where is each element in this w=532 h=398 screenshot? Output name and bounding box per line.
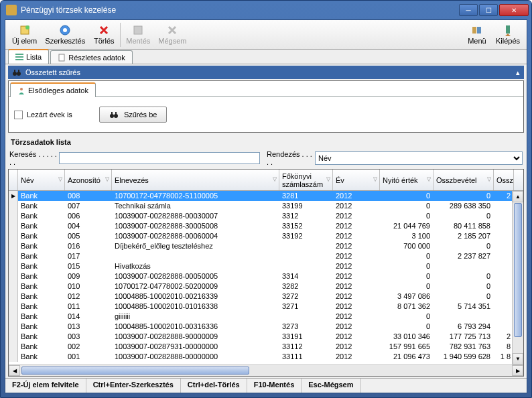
- table-row[interactable]: Bank017201202 237 827: [9, 251, 523, 261]
- cell-fok: 33152: [279, 221, 333, 231]
- menu-button[interactable]: Menü: [462, 23, 492, 46]
- table-row[interactable]: Bank00310039007-00282888-900000093319120…: [9, 332, 523, 342]
- tab-details[interactable]: Részletes adatok: [50, 50, 132, 64]
- row-indicator-icon: [9, 211, 18, 221]
- table-row[interactable]: Bank00510039007-00282888-000600043319220…: [9, 231, 523, 241]
- scroll-down-icon[interactable]: ▼: [513, 353, 523, 364]
- table-row[interactable]: Bank014giiiiiii20120: [9, 312, 523, 322]
- scroll-up-icon[interactable]: ▲: [513, 191, 523, 202]
- cell-elnev: 10039007-00282888-00060004: [112, 231, 279, 241]
- cell-ev: 2012: [333, 352, 380, 362]
- cell-fok: [279, 312, 333, 322]
- tab-list[interactable]: Lista: [8, 49, 49, 64]
- col-azon[interactable]: Azonosító▽: [65, 170, 112, 190]
- cell-ev: 2012: [333, 241, 380, 251]
- view-tabbar: Lista Részletes adatok: [5, 50, 527, 64]
- cell-ev: 2012: [333, 211, 380, 221]
- col-fokonyv[interactable]: Főkönyvi számlaszám▽: [279, 170, 333, 190]
- cell-azon: 012: [65, 291, 112, 302]
- cell-ny: 0: [380, 201, 434, 211]
- cell-os: [494, 281, 514, 291]
- closed-years-checkbox[interactable]: Lezárt évek is: [14, 111, 72, 119]
- table-row[interactable]: Bank00610039007-00282888-000300073312201…: [9, 211, 523, 221]
- cell-nev: Bank: [18, 342, 65, 352]
- table-row[interactable]: Bank01010700172-04778002-502000093282201…: [9, 281, 523, 291]
- cell-os: 8: [494, 342, 514, 352]
- cell-ny: 21 096 473: [380, 352, 434, 362]
- table-row[interactable]: Bank00110039007-00282888-000000003311120…: [9, 352, 523, 362]
- svg-rect-15: [18, 70, 19, 73]
- vertical-scrollbar[interactable]: ▲ ▼: [512, 191, 523, 364]
- delete-button[interactable]: Törlés: [89, 23, 119, 46]
- svg-rect-11: [59, 54, 64, 61]
- col-ev[interactable]: Év▽: [333, 170, 380, 190]
- hint-ctrl-del: Ctrl+del-Törlés: [181, 379, 247, 393]
- tab-primary-data[interactable]: Elsődleges adatok: [10, 82, 96, 97]
- sort-select[interactable]: Név: [315, 151, 523, 165]
- col-nyito[interactable]: Nyitó érték▽: [380, 170, 434, 190]
- cell-os: 1 8: [494, 352, 514, 362]
- table-row[interactable]: Bank016Díjbekérő_előleg teszteléshez2012…: [9, 241, 523, 251]
- titlebar[interactable]: Pénzügyi törzsek kezelése ─ ☐ ✕: [1, 1, 531, 19]
- ind[interactable]: [9, 170, 18, 190]
- scroll-left-icon[interactable]: ◀: [9, 365, 20, 376]
- table-row[interactable]: Bank007Technikai számla3319920120289 638…: [9, 201, 523, 211]
- cell-elnev: 10039007-00282888-90000009: [112, 332, 279, 342]
- client-area: Új elem Szerkesztés Törlés Mentés Mégsem: [5, 19, 527, 393]
- scroll-right-icon[interactable]: ▶: [512, 365, 523, 376]
- cell-os: [494, 291, 514, 302]
- table-row[interactable]: Bank01110004885-10002010-010163383271201…: [9, 302, 523, 312]
- table-row[interactable]: Bank00410039007-00282888-300050083315220…: [9, 221, 523, 231]
- new-button[interactable]: Új elem: [8, 23, 41, 46]
- close-button[interactable]: ✕: [499, 4, 529, 16]
- col-ossz[interactable]: Össz: [494, 170, 514, 190]
- cell-ob: 2 237 827: [434, 251, 494, 261]
- col-elnev[interactable]: Elnevezés▽: [112, 170, 279, 190]
- col-osszb[interactable]: Összbevétel▽: [434, 170, 494, 190]
- cell-fok: [279, 241, 333, 251]
- row-indicator-icon: [9, 291, 18, 302]
- cell-ob: 782 931 763: [434, 342, 494, 352]
- window-title: Pénzügyi törzsek kezelése: [21, 5, 459, 15]
- search-input[interactable]: [59, 152, 260, 164]
- main-toolbar: Új elem Szerkesztés Törlés Mentés Mégsem: [5, 20, 527, 50]
- minimize-button[interactable]: ─: [459, 4, 478, 16]
- svg-rect-4: [134, 26, 142, 34]
- exit-button[interactable]: Kilépés: [492, 23, 524, 46]
- cell-azon: 009: [65, 271, 112, 281]
- table-row[interactable]: ▶Bank00810700172-04778002-51100005328120…: [9, 191, 523, 201]
- composite-filter-bar[interactable]: Összetett szűrés ▴: [8, 66, 524, 79]
- scroll-thumb[interactable]: [21, 367, 249, 375]
- table-row[interactable]: Bank01210004885-10002010-002163393272201…: [9, 291, 523, 302]
- svg-rect-10: [15, 59, 23, 60]
- row-indicator-icon: [9, 251, 18, 261]
- table-row[interactable]: Bank01310004885-10002010-003163363273201…: [9, 322, 523, 332]
- filter-on-button[interactable]: Szűrés be: [99, 107, 168, 123]
- table-row[interactable]: Bank015Hivatkozás20120: [9, 261, 523, 271]
- person-icon: [17, 86, 25, 94]
- collapse-icon[interactable]: ▴: [516, 68, 520, 77]
- col-nev[interactable]: Név▽: [18, 170, 65, 190]
- table-row[interactable]: Bank00210039007-00287931-000000003311220…: [9, 342, 523, 352]
- cell-ny: 8 071 362: [380, 302, 434, 312]
- row-indicator-icon: [9, 241, 18, 251]
- scroll-thumb[interactable]: [514, 203, 522, 337]
- cell-ob: 80 411 858: [434, 221, 494, 231]
- edit-button[interactable]: Szerkesztés: [41, 23, 89, 46]
- cell-ny: 0: [380, 281, 434, 291]
- cell-ob: 6 793 294: [434, 322, 494, 332]
- cell-elnev: Technikai számla: [112, 201, 279, 211]
- cell-azon: 002: [65, 342, 112, 352]
- cell-os: 2: [494, 191, 514, 201]
- svg-rect-8: [15, 54, 23, 55]
- row-indicator-icon: ▶: [9, 191, 18, 201]
- horizontal-scrollbar[interactable]: ◀ ▶: [9, 364, 523, 376]
- cancel-button: Mégsem: [154, 23, 190, 46]
- cell-fok: 3273: [279, 322, 333, 332]
- cell-ny: 0: [380, 191, 434, 201]
- cell-azon: 003: [65, 332, 112, 342]
- maximize-button[interactable]: ☐: [479, 4, 498, 16]
- table-row[interactable]: Bank00910039007-00282888-000500053314201…: [9, 271, 523, 281]
- cell-ny: 21 044 769: [380, 221, 434, 231]
- svg-rect-5: [472, 27, 476, 34]
